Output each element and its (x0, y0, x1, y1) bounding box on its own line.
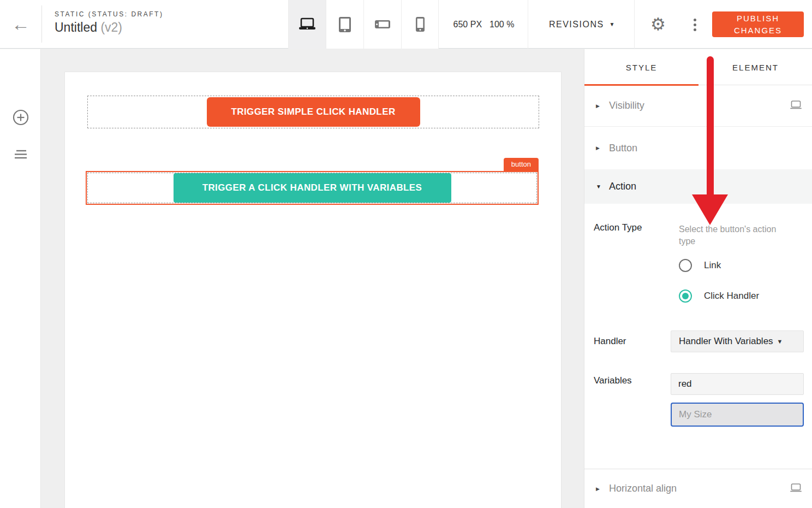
revisions-label: REVISIONS (549, 20, 604, 29)
chevron-down-icon: ▼ (777, 338, 783, 345)
top-bar: ← STATIC (STATUS: DRAFT) Untitled (v2) (0, 0, 812, 49)
inspector-panel: STYLE ELEMENT ▶ Visibility ▶ Button ▼ Ac… (584, 49, 812, 508)
radio-link[interactable] (679, 259, 692, 272)
chevron-down-icon: ▼ (610, 21, 616, 27)
handler-select-value: Handler With Variables (679, 336, 773, 347)
plus-circle-icon (12, 109, 29, 126)
section-visibility-label: Visibility (609, 100, 644, 111)
device-phone-button[interactable] (401, 0, 439, 49)
laptop-icon (298, 17, 317, 31)
tab-style[interactable]: STYLE (584, 49, 698, 85)
chevron-right-icon: ▶ (596, 103, 604, 109)
add-block-button[interactable] (12, 109, 29, 126)
more-options-button[interactable] (684, 13, 705, 36)
layers-list-button[interactable] (12, 145, 29, 163)
document-title-block: STATIC (STATUS: DRAFT) Untitled (v2) (55, 10, 163, 35)
gear-icon: ⚙ (650, 14, 666, 34)
canvas-size-indicator: 650 PX 100 % (440, 0, 528, 49)
section-horizontal-align[interactable]: ▶ Horizontal align (584, 469, 812, 508)
handler-select[interactable]: Handler With Variables ▼ (671, 330, 804, 352)
section-horizontal-align-label: Horizontal align (609, 483, 677, 494)
section-action-header[interactable]: ▼ Action (584, 169, 812, 204)
per-device-toggle[interactable] (790, 101, 802, 111)
section-button[interactable]: ▶ Button (584, 127, 812, 169)
settings-button[interactable]: ⚙ (646, 12, 670, 36)
page-width-value: 650 PX (453, 20, 482, 29)
button-block-selected[interactable]: button TRIGGER A CLICK HANDLER WITH VARI… (86, 171, 539, 205)
back-button[interactable]: ← (8, 10, 34, 38)
section-button-label: Button (609, 143, 637, 154)
device-tablet-button[interactable] (326, 0, 363, 49)
phone-portrait-icon (415, 16, 425, 32)
trigger-simple-click-handler-button[interactable]: TRIGGER SIMPLE CLICK HANDLER (207, 97, 420, 127)
publish-changes-button[interactable]: PUBLISH CHANGES (712, 11, 804, 37)
phone-landscape-icon (374, 20, 391, 29)
section-action-label: Action (609, 181, 636, 192)
chevron-right-icon: ▶ (596, 486, 604, 492)
divider (41, 5, 42, 43)
list-icon (13, 148, 29, 160)
radio-option-click-handler[interactable]: Click Handler (679, 290, 759, 303)
section-visibility[interactable]: ▶ Visibility (584, 85, 812, 127)
inspector-tabs: STYLE ELEMENT (584, 49, 812, 85)
kebab-menu-icon (694, 19, 696, 21)
radio-option-link[interactable]: Link (679, 259, 721, 272)
variable-input-2[interactable] (671, 403, 804, 427)
app-root: ← STATIC (STATUS: DRAFT) Untitled (v2) (0, 0, 812, 508)
per-device-toggle[interactable] (790, 483, 802, 494)
button-block-simple[interactable]: TRIGGER SIMPLE CLICK HANDLER (87, 96, 539, 128)
chevron-down-icon: ▼ (596, 184, 604, 190)
tab-element[interactable]: ELEMENT (698, 49, 812, 85)
device-phone-landscape-button[interactable] (363, 0, 401, 49)
chevron-right-icon: ▶ (596, 145, 604, 151)
action-type-hint: Select the button's action type (679, 223, 791, 248)
trigger-click-handler-variables-button[interactable]: TRIGGER A CLICK HANDLER WITH VARIABLES (174, 173, 451, 203)
monitor-icon (790, 483, 802, 492)
selection-tag: button (504, 158, 539, 171)
document-name: Untitled (55, 20, 97, 34)
radio-click-handler-label: Click Handler (704, 291, 759, 302)
back-arrow-icon: ← (11, 14, 30, 35)
zoom-level-value: 100 % (489, 20, 514, 29)
document-status: STATIC (STATUS: DRAFT) (55, 10, 163, 18)
variables-label: Variables (594, 375, 632, 386)
radio-link-label: Link (704, 260, 721, 271)
page-preview (65, 72, 561, 508)
document-version: (v2) (100, 20, 122, 34)
revisions-button[interactable]: REVISIONS ▼ (530, 0, 635, 49)
variable-input-1[interactable] (671, 373, 804, 395)
page-title: Untitled (v2) (55, 20, 163, 35)
monitor-icon (790, 101, 802, 109)
handler-label: Handler (594, 336, 626, 347)
device-preview-switcher (288, 0, 439, 49)
device-desktop-button[interactable] (288, 0, 326, 49)
radio-click-handler[interactable] (679, 290, 692, 303)
tablet-icon (338, 16, 351, 33)
action-type-label: Action Type (594, 222, 642, 233)
left-toolbar (0, 49, 41, 508)
